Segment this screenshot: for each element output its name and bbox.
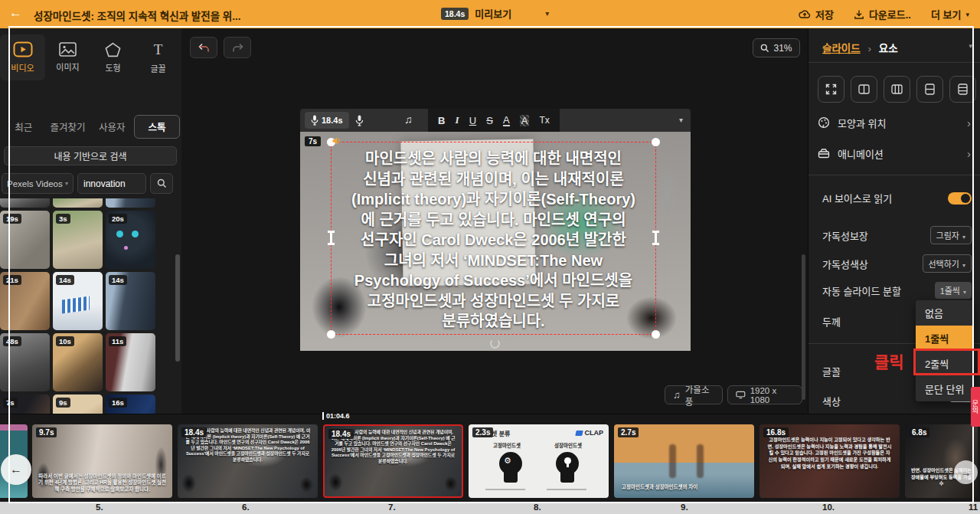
- menu-item-none[interactable]: 없음: [916, 300, 974, 326]
- highlight-button[interactable]: A: [520, 115, 530, 126]
- music-button[interactable]: ♫ 가을소풍: [665, 385, 723, 404]
- source-tabs: 최근 즐겨찾기 사용자 스톡: [2, 115, 180, 138]
- download-label: 다운로드..: [869, 7, 911, 21]
- chevron-down-icon[interactable]: ▾: [545, 9, 549, 18]
- stock-video-tile[interactable]: 3s: [53, 211, 103, 269]
- subtitle-line: 신념과 관련된 개념이며, 이는 내재적이론: [331, 169, 656, 190]
- inquiry-tab[interactable]: 문의: [971, 387, 980, 427]
- save-label: 저장: [815, 7, 834, 21]
- stock-video-tile[interactable]: 7s: [0, 395, 50, 414]
- breadcrumb-slide-link[interactable]: 슬라이드: [822, 43, 861, 54]
- more-button[interactable]: 더 보기 ▾: [931, 7, 969, 21]
- stock-video-tile[interactable]: 11s: [106, 333, 155, 391]
- resize-handle[interactable]: [652, 330, 660, 339]
- subtitle-textbox[interactable]: 마인드셋은 사람의 능력에 대한 내면적인 신념과 관련된 개념이며, 이는 내…: [331, 149, 656, 332]
- resize-handle[interactable]: [652, 138, 660, 146]
- stock-video-tile[interactable]: [0, 198, 50, 208]
- timeline-slide-5[interactable]: 9.7s 따라서 이번 글에서는 성장마인드셋의 정의와 마인드셋에 이르기 위…: [32, 424, 172, 498]
- resize-handle[interactable]: [327, 330, 335, 339]
- tab-recent[interactable]: 최근: [2, 119, 46, 134]
- layout-two-row-button[interactable]: [916, 76, 943, 103]
- menu-item-paragraph[interactable]: 문단 단위: [916, 376, 974, 401]
- subtitle-line: Psychology of Success’에서 마인드셋을: [331, 270, 656, 291]
- auto-split-select[interactable]: 1줄씩: [935, 282, 972, 299]
- provider-select[interactable]: Pexels Videos ▾: [2, 173, 74, 194]
- clear-format-button[interactable]: Tx: [540, 115, 550, 126]
- timeline-slide-9[interactable]: 2.7s 고정마인드셋과 성장마인드셋의 차이: [614, 424, 754, 498]
- tab-text[interactable]: T 글꼴: [136, 34, 181, 80]
- italic-button[interactable]: I: [456, 114, 459, 126]
- video-icon: [13, 41, 33, 57]
- bold-button[interactable]: B: [438, 115, 445, 126]
- scrollbar[interactable]: [175, 254, 180, 362]
- readability-color-select[interactable]: 선택하기: [923, 254, 972, 273]
- music-note-icon[interactable]: ♫: [404, 113, 413, 126]
- zoom-control[interactable]: 31%: [753, 38, 800, 57]
- timeline-slide-10[interactable]: 16.8s 고정마인드셋은 능력이나 지능이 고정되어 있다고 생각하는 반면,…: [760, 424, 900, 498]
- tab-shape[interactable]: 도형: [90, 34, 136, 80]
- readability-select[interactable]: 그림자: [930, 226, 972, 244]
- stock-video-tile[interactable]: 21s: [0, 272, 50, 330]
- back-button[interactable]: ←: [9, 5, 22, 21]
- undo-button[interactable]: [190, 37, 217, 58]
- clip-toolbar: 18.4s ♫ B I U S A A Tx ▾: [300, 109, 691, 132]
- layout-two-column-button[interactable]: [851, 76, 877, 103]
- breadcrumb-current: 요소: [879, 43, 898, 54]
- download-button[interactable]: 다운로드..: [854, 7, 911, 21]
- timeline-prev-button[interactable]: ←: [1, 454, 31, 485]
- video-preview[interactable]: 7s 마인드셋은 사람의 능력에 대한 내면적인 신념과 관련된 개념이며, 이…: [300, 132, 691, 351]
- tab-image[interactable]: 이미지: [45, 34, 90, 80]
- rotate-handle[interactable]: [490, 339, 500, 349]
- tab-favorites[interactable]: 즐겨찾기: [46, 119, 90, 134]
- stock-video-tile[interactable]: [106, 198, 155, 208]
- animation-row[interactable]: 애니메이션 ›: [818, 144, 971, 162]
- stock-video-tile[interactable]: 14s: [106, 272, 155, 330]
- stock-video-tile[interactable]: 16s: [106, 395, 155, 414]
- search-input[interactable]: [77, 173, 146, 194]
- auto-split-row: 자동 슬라이드 분할 1줄씩: [822, 282, 972, 299]
- chevron-down-icon[interactable]: ▾: [969, 42, 972, 50]
- stock-video-tile[interactable]: 9s: [53, 395, 103, 414]
- timeline-slide-8[interactable]: 마인드셋 분류 2.3s CLAP 고정마인드셋 성장마인드셋 ⚙: [469, 424, 609, 498]
- ai-voice-toggle[interactable]: [948, 192, 972, 205]
- tab-stock[interactable]: 스톡: [134, 115, 180, 139]
- scrollbar[interactable]: [802, 254, 805, 400]
- stock-video-tile[interactable]: 20s: [106, 211, 155, 269]
- topbar: ← 성장마인드셋: 조직의 지속적 혁신과 발전을 위... 18.4s 미리보…: [0, 0, 980, 28]
- media-type-tabs: 비디오 이미지 도형 T 글꼴: [0, 34, 181, 80]
- ai-voice-label: AI 보이스로 읽기: [822, 191, 892, 205]
- stock-video-tile[interactable]: 19s: [0, 211, 50, 269]
- strikethrough-button[interactable]: S: [486, 115, 493, 126]
- underline-button[interactable]: U: [469, 115, 476, 126]
- layout-three-column-button[interactable]: [884, 76, 910, 103]
- stock-video-tile[interactable]: 48s: [0, 333, 50, 391]
- tab-video[interactable]: 비디오: [0, 34, 45, 80]
- record-mic-button[interactable]: [355, 115, 364, 126]
- chevron-down-icon[interactable]: ▾: [679, 116, 683, 124]
- shape-position-row[interactable]: 모양과 위치 ›: [818, 113, 971, 132]
- redo-button[interactable]: [224, 37, 251, 58]
- menu-item-one-line[interactable]: 1줄씩: [916, 326, 974, 351]
- stock-video-tile[interactable]: 14s: [53, 272, 103, 330]
- timeline-slide-6[interactable]: 18.4s 마인드셋은 사람의 능력에 대한 내면적인 신념과 관련된 개념이며…: [178, 424, 318, 498]
- fit-screen-button[interactable]: [818, 76, 844, 103]
- voice-duration-pill[interactable]: 18.4s: [305, 112, 349, 129]
- save-button[interactable]: 저장: [799, 7, 834, 21]
- content-search-button[interactable]: 내용 기반으로 검색: [4, 146, 177, 165]
- timeline-next-button[interactable]: →: [954, 460, 978, 484]
- layout-list-button[interactable]: [949, 76, 976, 103]
- head-gears-graphic: ⚙: [498, 452, 524, 483]
- stock-video-tile[interactable]: [53, 198, 103, 208]
- slide-caption: 고정마인드셋은 능력이나 지능이 고정되어 있다고 생각하는 반면, 성장마인드…: [760, 437, 900, 470]
- subtitle-line: (Implicit theory)과 자기이론(Self-Theory): [331, 189, 656, 210]
- timeline-slide-7-selected[interactable]: 18.4s 마인드셋은 사람의 능력에 대한 내면적인 신념과 관련된 개념이며…: [323, 424, 463, 498]
- tab-user[interactable]: 사용자: [90, 119, 135, 134]
- color-label: 색상: [822, 394, 841, 408]
- resolution-button[interactable]: 1920 x 1080: [727, 385, 802, 404]
- font-color-button[interactable]: A: [503, 115, 510, 126]
- menu-item-two-lines[interactable]: 2줄씩: [916, 351, 974, 376]
- preview-control[interactable]: 18.4s 미리보기 ▾: [441, 6, 549, 21]
- stock-video-tile[interactable]: 10s: [53, 333, 103, 391]
- breadcrumb: 슬라이드 › 요소: [822, 40, 898, 55]
- search-button[interactable]: [150, 173, 173, 194]
